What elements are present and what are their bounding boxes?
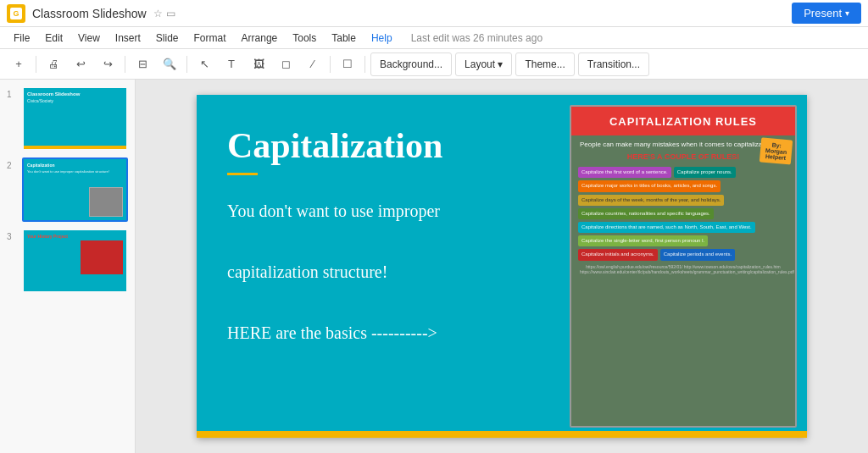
toolbar-image[interactable]: 🖼: [247, 52, 270, 76]
cap-rules-banner: CAPITALIZATION RULES: [571, 107, 795, 135]
toolbar-print[interactable]: 🖨: [42, 52, 65, 76]
title-bar: G Classroom Slideshow ☆ ▭ Present ▾: [0, 0, 868, 27]
cap-card-6: Capitalize the single-letter word, first…: [578, 235, 708, 246]
slide-bottom-bar: [197, 431, 807, 438]
thumb-3-content: Your History Project: [24, 230, 126, 291]
toolbar-zoom-out[interactable]: ⊟: [131, 52, 154, 76]
menu-table[interactable]: Table: [325, 30, 363, 46]
title-icons: ☆ ▭: [153, 8, 175, 19]
thumb-3-img: [81, 240, 123, 274]
sep1: [36, 56, 36, 73]
app-icon: G: [7, 4, 25, 23]
cap-card-5: Capitalize directions that are named, su…: [578, 222, 755, 233]
cap-by-label: By:MorganHelpert: [760, 137, 793, 164]
sep5: [364, 56, 365, 73]
slide-body-line3: HERE are the basics ---------->: [227, 323, 437, 342]
toolbar-comment[interactable]: ☐: [336, 52, 359, 76]
menu-tools[interactable]: Tools: [286, 30, 323, 46]
app-icon-inner: G: [10, 8, 22, 19]
cap-headline: HERE'S A COUPLE OF RULES!: [576, 152, 790, 162]
title-bar-right: Present ▾: [792, 3, 861, 24]
cap-rules-image: CAPITALIZATION RULES People can make man…: [570, 105, 797, 428]
slide-thumb-1[interactable]: 1 Classroom Slideshow Civics/Society: [7, 86, 128, 151]
toolbar-shapes[interactable]: ◻: [274, 52, 298, 76]
cap-rules-content: People can make many mistakes when it co…: [571, 135, 795, 426]
toolbar-select[interactable]: ↖: [192, 52, 216, 76]
toolbar-zoom-in[interactable]: 🔍: [158, 52, 181, 76]
background-button[interactable]: Background...: [370, 52, 452, 76]
cap-card-3: Capitalize days of the week, months of t…: [578, 195, 724, 206]
sep4: [330, 56, 331, 73]
slide-title-underline: [227, 173, 258, 175]
menu-format[interactable]: Format: [187, 30, 233, 46]
menu-file[interactable]: File: [7, 30, 36, 46]
cap-card-2: Capitalize major works in titles of book…: [578, 180, 721, 191]
thumb-1-sub: Civics/Society: [27, 98, 123, 103]
thumb-1-title: Classroom Slideshow: [27, 91, 123, 97]
sep3: [186, 56, 187, 73]
thumb-2-title: Capitalization: [27, 163, 123, 168]
toolbar-line[interactable]: ∕: [301, 52, 325, 76]
sep2: [125, 56, 125, 73]
last-edit-status: Last edit was 26 minutes ago: [411, 32, 542, 44]
theme-button[interactable]: Theme...: [515, 52, 574, 76]
present-button[interactable]: Present ▾: [792, 3, 861, 24]
menu-bar: File Edit View Insert Slide Format Arran…: [0, 27, 868, 49]
slide-body-line1: You don't want to use improper: [227, 202, 440, 220]
slide-canvas[interactable]: Capitalization You don't want to use imp…: [197, 95, 807, 438]
slide-thumb-img-1[interactable]: Classroom Slideshow Civics/Society: [22, 86, 128, 151]
menu-slide[interactable]: Slide: [149, 30, 186, 46]
cap-card-0: Capitalize the first word of a sentence.: [578, 167, 671, 178]
cap-card-4: Capitalize countries, nationalities and …: [578, 208, 714, 219]
menu-edit[interactable]: Edit: [38, 30, 70, 46]
slide-left-content: Capitalization You don't want to use imp…: [197, 95, 570, 438]
slide-thumb-3[interactable]: 3 Your History Project: [7, 229, 128, 293]
slide-thumb-2[interactable]: 2 Capitalization You don't want to use i…: [7, 157, 128, 222]
thumb-3-title: Your History Project: [27, 234, 123, 239]
cap-rules-banner-text: CAPITALIZATION RULES: [609, 115, 757, 128]
layout-button[interactable]: Layout ▾: [455, 52, 512, 76]
toolbar: + 🖨 ↩ ↪ ⊟ 🔍 ↖ T 🖼 ◻ ∕ ☐ Background... La…: [0, 49, 868, 80]
cap-card-7: Capitalize initials and acronyms.: [578, 249, 658, 260]
cap-cards: Capitalize the first word of a sentence.…: [576, 165, 790, 262]
thumb-2-img: [89, 187, 123, 217]
thumb-1-content: Classroom Slideshow Civics/Society: [24, 88, 126, 149]
present-arrow-icon: ▾: [845, 8, 849, 18]
slide-num-2: 2: [7, 161, 17, 170]
cap-intro-text: People can make many mistakes when it co…: [576, 141, 790, 149]
menu-help[interactable]: Help: [364, 30, 399, 46]
toolbar-add[interactable]: +: [7, 52, 31, 76]
menu-insert[interactable]: Insert: [108, 30, 147, 46]
slide-body[interactable]: You don't want to use improper capitaliz…: [227, 196, 544, 348]
slide-body-line2: capitalization structure!: [227, 262, 387, 281]
slide-num-3: 3: [7, 232, 17, 241]
slide-panel: 1 Classroom Slideshow Civics/Society 2 C…: [0, 80, 136, 453]
cap-footer: https://owl.english.purdue.edu/owl/resou…: [576, 262, 790, 277]
toolbar-undo[interactable]: ↩: [69, 52, 92, 76]
toolbar-text[interactable]: T: [220, 52, 243, 76]
main-area: 1 Classroom Slideshow Civics/Society 2 C…: [0, 80, 868, 453]
star-icon[interactable]: ☆: [153, 8, 163, 19]
thumb-2-content: Capitalization You don't want to use imp…: [24, 159, 126, 220]
slide-num-1: 1: [7, 90, 17, 99]
slide-thumb-img-2[interactable]: Capitalization You don't want to use imp…: [22, 157, 128, 222]
canvas-area: Capitalization You don't want to use imp…: [136, 80, 868, 453]
cap-card-8: Capitalize periods and events.: [660, 249, 735, 260]
folder-icon[interactable]: ▭: [166, 8, 175, 19]
slide-right-content: CAPITALIZATION RULES People can make man…: [570, 95, 807, 438]
cap-card-1: Capitalize proper nouns.: [674, 167, 736, 178]
thumb-1-bar: [24, 146, 126, 149]
document-title: Classroom Slideshow: [32, 7, 147, 20]
slide-thumb-img-3[interactable]: Your History Project: [22, 229, 128, 293]
transition-button[interactable]: Transition...: [578, 52, 649, 76]
toolbar-redo[interactable]: ↪: [96, 52, 120, 76]
menu-arrange[interactable]: Arrange: [235, 30, 285, 46]
menu-view[interactable]: View: [71, 30, 107, 46]
slide-title[interactable]: Capitalization: [227, 125, 544, 166]
